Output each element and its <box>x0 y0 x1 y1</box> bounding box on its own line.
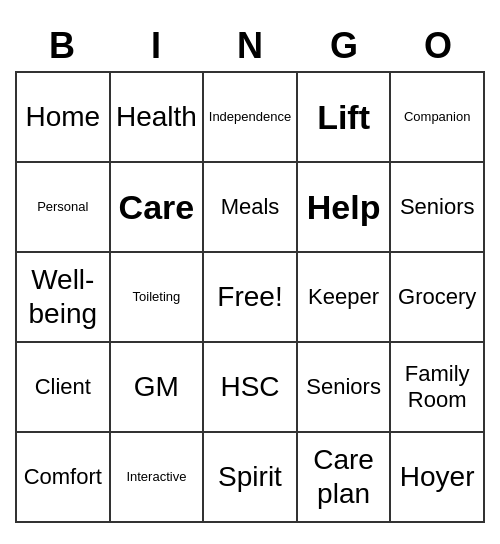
cell-text: GM <box>134 370 179 404</box>
bingo-cell: Companion <box>391 73 485 163</box>
cell-text: Hoyer <box>400 460 475 494</box>
cell-text: Well-being <box>29 263 98 330</box>
bingo-cell: Care <box>111 163 205 253</box>
bingo-grid: HomeHealthIndependenceLiftCompanionPerso… <box>15 71 485 523</box>
cell-text: Careplan <box>313 443 374 510</box>
cell-text: Interactive <box>126 469 186 485</box>
bingo-cell: Keeper <box>298 253 392 343</box>
bingo-cell: Careplan <box>298 433 392 523</box>
cell-text: Lift <box>317 97 370 138</box>
cell-text: Personal <box>37 199 88 215</box>
bingo-card: BINGO HomeHealthIndependenceLiftCompanio… <box>15 21 485 523</box>
bingo-cell: Free! <box>204 253 298 343</box>
bingo-cell: Spirit <box>204 433 298 523</box>
cell-text: Seniors <box>400 194 475 220</box>
bingo-cell: Toileting <box>111 253 205 343</box>
bingo-cell: GM <box>111 343 205 433</box>
cell-text: Free! <box>217 280 282 314</box>
bingo-cell: Health <box>111 73 205 163</box>
cell-text: Client <box>35 374 91 400</box>
bingo-cell: Independence <box>204 73 298 163</box>
bingo-cell: Client <box>17 343 111 433</box>
bingo-cell: HSC <box>204 343 298 433</box>
cell-text: Seniors <box>306 374 381 400</box>
cell-text: Comfort <box>24 464 102 490</box>
bingo-cell: Meals <box>204 163 298 253</box>
bingo-cell: Seniors <box>298 343 392 433</box>
cell-text: Companion <box>404 109 471 125</box>
header-letter: O <box>391 21 485 71</box>
cell-text: Help <box>307 187 381 228</box>
header-letter: N <box>203 21 297 71</box>
cell-text: Health <box>116 100 197 134</box>
header-letter: B <box>15 21 109 71</box>
bingo-cell: Seniors <box>391 163 485 253</box>
cell-text: Grocery <box>398 284 476 310</box>
cell-text: Toileting <box>133 289 181 305</box>
cell-text: Care <box>119 187 195 228</box>
bingo-cell: Lift <box>298 73 392 163</box>
header-letter: I <box>109 21 203 71</box>
bingo-cell: Grocery <box>391 253 485 343</box>
cell-text: Home <box>25 100 100 134</box>
bingo-cell: Comfort <box>17 433 111 523</box>
cell-text: Independence <box>209 109 291 125</box>
cell-text: Keeper <box>308 284 379 310</box>
bingo-cell: Well-being <box>17 253 111 343</box>
cell-text: HSC <box>220 370 279 404</box>
cell-text: FamilyRoom <box>405 361 470 414</box>
bingo-header: BINGO <box>15 21 485 71</box>
header-letter: G <box>297 21 391 71</box>
cell-text: Spirit <box>218 460 282 494</box>
bingo-cell: FamilyRoom <box>391 343 485 433</box>
bingo-cell: Help <box>298 163 392 253</box>
cell-text: Meals <box>221 194 280 220</box>
bingo-cell: Hoyer <box>391 433 485 523</box>
bingo-cell: Interactive <box>111 433 205 523</box>
bingo-cell: Personal <box>17 163 111 253</box>
bingo-cell: Home <box>17 73 111 163</box>
